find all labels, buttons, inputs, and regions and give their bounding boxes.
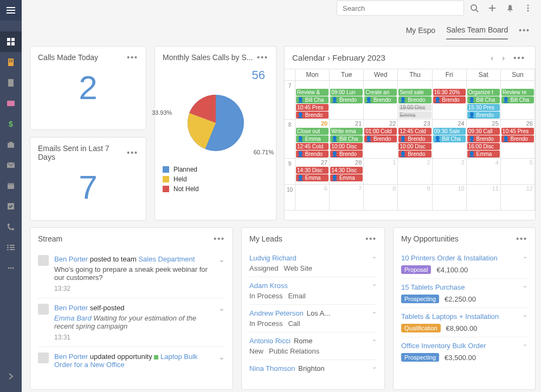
cal-cell[interactable]: 2201:00 Cold👤 Brendo: [364, 120, 398, 159]
cal-cell[interactable]: 2312:45 Cold👤 Brendo10:00 Disc👤 Brendo: [398, 120, 432, 159]
dollar-icon[interactable]: $: [0, 114, 22, 134]
kebab-icon[interactable]: [520, 1, 536, 16]
chevron-down-icon[interactable]: ⌄: [218, 304, 225, 341]
cal-cell[interactable]: 09:00 Lun👤 Brendo: [330, 81, 364, 120]
cal-cell[interactable]: 1: [364, 159, 398, 185]
opp-name-link[interactable]: Office Inventory Bulk Order: [401, 342, 527, 350]
chevron-down-icon[interactable]: ⌄: [523, 253, 527, 260]
cal-event[interactable]: 👤 Brendo: [467, 135, 500, 142]
cal-event[interactable]: 👤 Bill Cha: [330, 135, 363, 142]
cal-cell[interactable]: 2: [398, 159, 432, 185]
cal-event[interactable]: 18:00 Disc: [398, 104, 431, 111]
panel-menu-icon[interactable]: •••: [365, 234, 377, 243]
cal-event[interactable]: 👤 Emma: [296, 135, 329, 142]
cal-cell[interactable]: 9: [398, 185, 432, 211]
cal-cell[interactable]: 2509:30 Call👤 Brendo16:00 Disc👤 Emma: [467, 120, 501, 159]
bell-icon[interactable]: [503, 1, 518, 16]
cal-cell[interactable]: Review &👤 Bill Cha10:45 Pres👤 Brendo: [295, 81, 330, 120]
cal-event[interactable]: 10:00 Disc: [330, 143, 363, 150]
cal-event[interactable]: 👤 Emma: [330, 174, 363, 181]
contact-icon[interactable]: [0, 73, 22, 93]
chevron-down-icon[interactable]: ⌄: [523, 311, 527, 318]
briefcase-icon[interactable]: [0, 134, 22, 155]
cal-event[interactable]: 👤 Brendo: [330, 96, 363, 103]
chevron-down-icon[interactable]: ⌄: [372, 308, 377, 315]
cal-next-icon[interactable]: ›: [500, 53, 507, 62]
building-icon[interactable]: [0, 52, 22, 73]
cal-event[interactable]: Send sale: [398, 89, 431, 96]
list-icon[interactable]: [0, 237, 22, 258]
cal-event[interactable]: 👤 Brendo: [296, 112, 329, 119]
cal-cell[interactable]: 6: [295, 185, 330, 211]
cal-event[interactable]: Organize t: [467, 89, 500, 96]
search-input[interactable]: [337, 1, 464, 16]
cal-cell[interactable]: 21Write ema👤 Bill Cha10:00 Disc👤 Brendo: [330, 120, 364, 159]
panel-menu-icon[interactable]: •••: [127, 53, 138, 62]
panel-menu-icon[interactable]: •••: [127, 148, 138, 157]
cal-cell[interactable]: 2409:30 Sale👤 Bill Cha: [433, 120, 467, 159]
cal-event[interactable]: 10:00 Disc: [398, 143, 431, 150]
cal-event[interactable]: 01:00 Cold: [364, 128, 397, 135]
chevron-down-icon[interactable]: ⌄: [372, 336, 377, 343]
search-icon[interactable]: [467, 1, 482, 16]
cal-event[interactable]: 10:45 Pres: [296, 104, 329, 111]
cal-event[interactable]: Close out: [296, 128, 329, 135]
cal-event[interactable]: 09:30 Call: [467, 128, 500, 135]
cal-cell[interactable]: 5: [501, 159, 535, 185]
target-link[interactable]: Sales Department: [138, 255, 195, 263]
cal-event[interactable]: 👤 Emma: [467, 151, 500, 158]
lead-name-link[interactable]: Antonio Ricci: [249, 337, 291, 345]
cal-cell[interactable]: Send sale👤 Brendo18:00 DiscEmma: [398, 81, 432, 120]
panel-menu-icon[interactable]: •••: [214, 234, 225, 243]
calendar-icon[interactable]: [0, 175, 22, 196]
cal-event[interactable]: 👤 Brendo: [296, 151, 329, 158]
tab-my-espo[interactable]: My Espo: [406, 26, 435, 39]
cal-event[interactable]: 👤 Brendo: [330, 151, 363, 158]
chevron-down-icon[interactable]: ⌄: [523, 282, 527, 289]
cal-cell[interactable]: 2714:30 Disc👤 Emma: [295, 159, 330, 185]
chevron-down-icon[interactable]: ⌄: [218, 352, 225, 369]
expand-icon[interactable]: [0, 366, 22, 387]
cal-cell[interactable]: Review re👤 Bill Cha: [501, 81, 535, 120]
opp-name-link[interactable]: Tablets & Laptops + Installation: [401, 312, 527, 321]
more-icon[interactable]: [0, 258, 22, 278]
cal-event[interactable]: 09:30 Sale: [433, 128, 466, 135]
panel-menu-icon[interactable]: •••: [516, 234, 527, 243]
calendar-title[interactable]: Calendar: [292, 53, 325, 62]
user-link[interactable]: Ben Porter: [54, 304, 88, 312]
cal-event[interactable]: 👤 Bill Cha: [467, 96, 500, 103]
cal-prev-icon[interactable]: ‹: [488, 53, 495, 62]
chevron-down-icon[interactable]: ⌄: [372, 253, 377, 260]
opp-name-link[interactable]: 15 Tablets Purchase: [401, 283, 527, 291]
chevron-down-icon[interactable]: ⌄: [523, 341, 527, 348]
user-link[interactable]: Emma Bard: [54, 314, 92, 322]
cal-cell[interactable]: 12: [501, 185, 535, 211]
cal-event[interactable]: 👤 Brendo: [398, 151, 431, 158]
cal-cell[interactable]: 4: [467, 159, 501, 185]
chevron-down-icon[interactable]: ⌄: [372, 280, 377, 288]
cal-event[interactable]: 14:30 Disc: [296, 167, 329, 174]
cal-cell[interactable]: 11: [467, 185, 501, 211]
cal-event[interactable]: 👤 Brendo: [398, 135, 431, 142]
cal-event[interactable]: 12:45 Cold: [296, 143, 329, 150]
lead-name-link[interactable]: Nina Thomson: [249, 364, 295, 373]
tab-sales-board[interactable]: Sales Team Board: [446, 25, 508, 40]
cal-event[interactable]: 👤 Bill Cha: [296, 96, 329, 103]
cal-cell[interactable]: 7: [330, 185, 364, 211]
cal-cell[interactable]: 10: [433, 185, 467, 211]
cal-event[interactable]: 12:45 Cold: [398, 128, 431, 135]
cal-cell[interactable]: Create an👤 Brendo: [364, 81, 398, 120]
panel-menu-icon[interactable]: •••: [511, 53, 527, 62]
cal-event[interactable]: Write ema: [330, 128, 363, 135]
cal-event[interactable]: Review re: [501, 89, 534, 96]
lead-name-link[interactable]: Adam Kross: [249, 282, 288, 290]
cal-event[interactable]: 15:30 Pres: [467, 104, 500, 111]
chevron-down-icon[interactable]: ⌄: [218, 255, 225, 292]
user-link[interactable]: Ben Porter: [54, 255, 88, 263]
dashboard-icon[interactable]: [0, 31, 22, 52]
lead-name-link[interactable]: Andrew Peterson: [249, 309, 304, 317]
hamburger-icon[interactable]: [0, 0, 22, 21]
cal-cell[interactable]: 16:30 20%👤 Brendo: [433, 81, 467, 120]
id-card-icon[interactable]: [0, 93, 22, 114]
cal-event[interactable]: 👤 Bill Cha: [433, 135, 466, 142]
